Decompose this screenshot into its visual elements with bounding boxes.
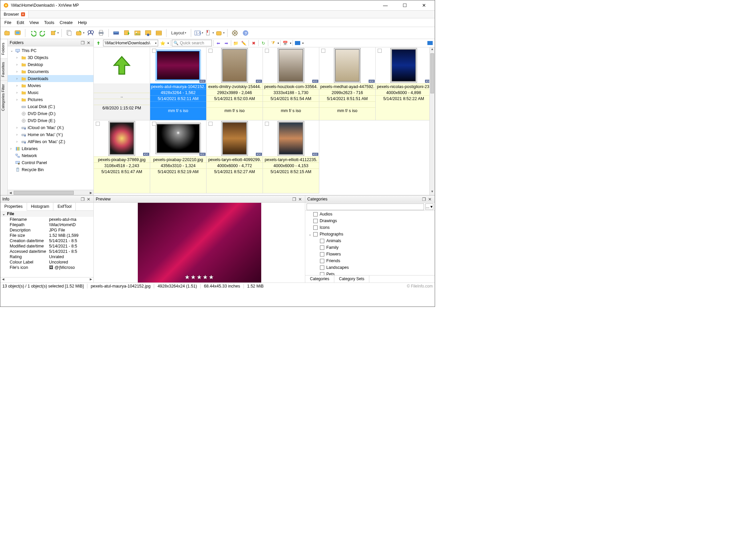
thumb-checkbox[interactable]: [96, 122, 100, 126]
capture-icon[interactable]: [143, 28, 153, 38]
category-item[interactable]: Friends: [305, 257, 435, 264]
panel-close-icon[interactable]: ✕: [87, 197, 91, 201]
tree-item[interactable]: 3D Objects: [8, 54, 93, 61]
panel-popout-icon[interactable]: ❐: [292, 197, 297, 201]
thumb-checkbox[interactable]: [209, 49, 213, 53]
category-checkbox[interactable]: [320, 245, 324, 250]
category-more-button[interactable]: ... ▾: [425, 203, 433, 210]
panel-close-icon[interactable]: ✕: [298, 197, 303, 201]
export-icon[interactable]: [122, 28, 131, 38]
thumb-checkbox[interactable]: [265, 122, 269, 126]
thumbnail-item[interactable]: ICCexels-dmitry-zvolskiy-15444.2992x3989…: [206, 47, 263, 120]
sort-icon[interactable]: 📅: [282, 40, 289, 46]
thumbnail-item[interactable]: ICCpexels-taryn-elliott-4112235.4000x600…: [263, 120, 319, 193]
thumbnail-grid[interactable]: ..6/8/2020 1:15:02 PMICCpexels-atul-maur…: [94, 47, 435, 195]
category-item[interactable]: Animals: [305, 237, 435, 244]
tab-categories[interactable]: Categories: [305, 276, 334, 283]
tab-category-sets[interactable]: Category Sets: [334, 276, 369, 283]
nav-up-icon[interactable]: [95, 40, 102, 46]
preview-body[interactable]: ★★★★★: [94, 203, 305, 283]
menu-file[interactable]: File: [4, 20, 11, 25]
category-item[interactable]: Flowers: [305, 251, 435, 257]
rating-stars[interactable]: ★★★★★: [184, 274, 215, 281]
menu-help[interactable]: Help: [78, 20, 87, 25]
address-input[interactable]: \\Mac\Home\Downloads\▾: [103, 40, 158, 46]
refresh-icon[interactable]: ↻: [260, 40, 267, 46]
help-icon[interactable]: ?: [241, 28, 250, 38]
category-item[interactable]: Family: [305, 244, 435, 251]
thumbs-vscroll[interactable]: ▲▼: [429, 47, 435, 195]
category-checkbox[interactable]: [320, 252, 324, 256]
category-checkbox[interactable]: [320, 259, 324, 263]
rotate-icon[interactable]: [49, 28, 59, 38]
tree-item[interactable]: Music: [8, 89, 93, 96]
thumbsize-icon[interactable]: 1-5: [194, 28, 203, 38]
newfolder-icon[interactable]: [215, 28, 225, 38]
tree-item[interactable]: Pictures: [8, 96, 93, 103]
prop-group-header[interactable]: File: [0, 211, 93, 217]
menu-view[interactable]: View: [29, 20, 39, 25]
filter-icon[interactable]: ⧩: [270, 40, 276, 46]
window-maximize-button[interactable]: ☐: [398, 3, 411, 8]
image-icon[interactable]: [133, 28, 142, 38]
tree-item[interactable]: Recycle Bin: [8, 166, 93, 173]
thumbnail-item[interactable]: ICCpexels-nicolas-postiglioni-23.4000x60…: [375, 47, 432, 120]
panel-popout-icon[interactable]: ❐: [422, 197, 427, 201]
thumbnail-item[interactable]: ICCpexels-houzlook-com-33564.3333x4188 -…: [263, 47, 319, 120]
tree-item[interactable]: Downloads: [8, 75, 93, 82]
settings-icon[interactable]: [230, 28, 240, 38]
open-folder-icon[interactable]: 📁: [233, 40, 239, 46]
tab-properties[interactable]: Properties: [0, 203, 27, 211]
fullscreen-icon[interactable]: [13, 28, 22, 38]
category-checkbox[interactable]: [320, 265, 324, 270]
thumb-checkbox[interactable]: [378, 49, 382, 53]
tree-item[interactable]: Home on 'Mac' (Y:): [8, 131, 93, 138]
panel-close-icon[interactable]: ✕: [87, 40, 91, 45]
info-hscroll[interactable]: ◀▶: [0, 277, 93, 283]
thumbnail-item[interactable]: ICCpexels-medhat-ayad-447592.2099x2623 -…: [319, 47, 376, 120]
favorite-icon[interactable]: ⭐: [159, 40, 166, 46]
category-item[interactable]: Photographs: [305, 231, 435, 237]
layout-dropdown[interactable]: Layout: [169, 30, 188, 35]
category-item[interactable]: Icons: [305, 224, 435, 231]
redo-icon[interactable]: [39, 28, 48, 38]
category-checkbox[interactable]: [313, 232, 318, 236]
tree-item[interactable]: iCloud on 'Mac' (X:): [8, 124, 93, 131]
print-icon[interactable]: [96, 28, 106, 38]
tree-item[interactable]: AllFiles on 'Mac' (Z:): [8, 138, 93, 145]
tree-item[interactable]: Local Disk (C:): [8, 103, 93, 110]
category-checkbox[interactable]: [313, 212, 318, 216]
sidetab-favorites[interactable]: Favorites: [0, 58, 7, 80]
thumb-checkbox[interactable]: [209, 122, 213, 126]
delete-icon[interactable]: ✖: [250, 40, 257, 46]
edit-icon[interactable]: ✏️: [241, 40, 247, 46]
category-checkbox[interactable]: [313, 219, 318, 223]
thumbnail-item[interactable]: ..6/8/2020 1:15:02 PM: [94, 47, 150, 120]
menu-edit[interactable]: Edit: [17, 20, 24, 25]
tree-item[interactable]: Control Panel: [8, 159, 93, 166]
search-icon[interactable]: [86, 28, 95, 38]
scanner-icon[interactable]: [111, 28, 121, 38]
tree-item[interactable]: Desktop: [8, 61, 93, 68]
tab-histogram[interactable]: Histogram: [27, 203, 54, 210]
thumb-checkbox[interactable]: [321, 49, 325, 53]
category-checkbox[interactable]: [313, 225, 318, 230]
tab-close-icon[interactable]: ×: [21, 12, 25, 16]
tree-item[interactable]: Network: [8, 152, 93, 159]
sidetab-categories-filter[interactable]: Categories Filter: [0, 80, 7, 114]
thumbnail-item[interactable]: ICCpexels-pixabay-37869.jpg3108x4518 - 2…: [94, 120, 150, 193]
panel-popout-icon[interactable]: ❐: [81, 197, 85, 201]
window-minimize-button[interactable]: —: [379, 3, 392, 8]
thumb-checkbox[interactable]: [152, 122, 156, 126]
thumb-checkbox[interactable]: [152, 49, 156, 53]
tree-item[interactable]: Documents: [8, 68, 93, 75]
folder-tree[interactable]: This PC3D ObjectsDesktopDocumentsDownloa…: [8, 46, 93, 190]
tag-icon[interactable]: [205, 28, 214, 38]
tree-item[interactable]: Libraries: [8, 145, 93, 152]
tab-exiftool[interactable]: ExifTool: [53, 203, 76, 210]
category-item[interactable]: Drawings: [305, 217, 435, 224]
tab-browser[interactable]: Browser ×: [0, 11, 29, 18]
thumbnail-item[interactable]: ICCpexels-atul-maurya-1042152.4928x3264 …: [150, 47, 207, 120]
paste-icon[interactable]: [75, 28, 84, 38]
nav-back-icon[interactable]: ⬅: [215, 40, 222, 46]
